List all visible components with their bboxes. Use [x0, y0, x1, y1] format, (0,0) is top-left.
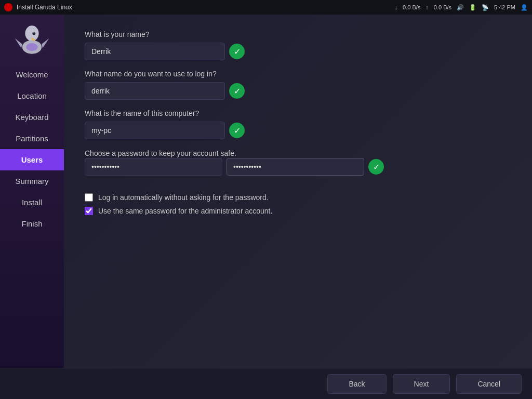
- content-area: What is your name? ✓ What name do you wa…: [64, 15, 532, 368]
- topbar: Install Garuda Linux ↓ 0.0 B/s ↑ 0.0 B/s…: [0, 0, 532, 15]
- sidebar-item-summary[interactable]: Summary: [0, 170, 64, 192]
- main-window: Welcome Location Keyboard Partitions Use…: [0, 15, 532, 368]
- volume-icon: 🔊: [457, 4, 464, 11]
- password-check-icon: ✓: [368, 159, 384, 175]
- computer-label: What is the name of this computer?: [85, 109, 511, 117]
- sidebar-item-keyboard[interactable]: Keyboard: [0, 107, 64, 128]
- autologin-row: Log in automatically without asking for …: [85, 193, 511, 202]
- password-input[interactable]: [85, 158, 222, 176]
- confirm-password-input[interactable]: [227, 158, 364, 176]
- sidebar-item-partitions[interactable]: Partitions: [0, 128, 64, 149]
- password-row: ✓: [85, 158, 511, 176]
- sidebar-logo: [12, 20, 51, 59]
- computer-check-icon: ✓: [229, 123, 245, 138]
- password-group: Choose a password to keep your account s…: [85, 149, 511, 184]
- autologin-label: Log in automatically without asking for …: [98, 193, 269, 202]
- admin-password-checkbox[interactable]: [85, 207, 93, 215]
- computer-group: What is the name of this computer? ✓: [85, 109, 511, 139]
- down-arrow-icon: ↓: [395, 4, 398, 10]
- sidebar-item-location[interactable]: Location: [0, 85, 64, 107]
- sidebar-item-finish[interactable]: Finish: [0, 213, 64, 234]
- battery-icon: 🔋: [469, 4, 476, 11]
- sidebar-item-welcome[interactable]: Welcome: [0, 64, 64, 85]
- computer-input[interactable]: [85, 122, 225, 139]
- up-arrow-icon: ↑: [425, 4, 429, 10]
- admin-password-row: Use the same password for the administra…: [85, 207, 511, 215]
- login-input-row: ✓: [85, 82, 511, 100]
- sidebar: Welcome Location Keyboard Partitions Use…: [0, 15, 64, 368]
- name-input[interactable]: [85, 43, 225, 60]
- topbar-title: Install Garuda Linux: [17, 4, 391, 11]
- login-group: What name do you want to use to log in? …: [85, 70, 511, 100]
- topbar-logo: [4, 3, 12, 11]
- topbar-right: ↓ 0.0 B/s ↑ 0.0 B/s 🔊 🔋 📡 5:42 PM 👤: [395, 4, 528, 11]
- computer-input-row: ✓: [85, 122, 511, 139]
- next-button[interactable]: Next: [393, 374, 450, 394]
- name-label: What is your name?: [85, 30, 511, 38]
- login-check-icon: ✓: [229, 83, 245, 99]
- svg-point-4: [33, 32, 34, 33]
- bottom-bar: Back Next Cancel: [0, 368, 532, 399]
- sidebar-item-install[interactable]: Install: [0, 192, 64, 213]
- password-label: Choose a password to keep your account s…: [85, 149, 236, 157]
- clock: 5:42 PM: [494, 4, 515, 10]
- login-label: What name do you want to use to log in?: [85, 70, 511, 78]
- login-input[interactable]: [85, 82, 225, 100]
- user-icon: 👤: [521, 4, 528, 11]
- upload-speed: 0.0 B/s: [434, 4, 451, 10]
- name-input-row: ✓: [85, 43, 511, 60]
- network-icon: 📡: [482, 4, 489, 11]
- name-check-icon: ✓: [229, 44, 245, 59]
- name-group: What is your name? ✓: [85, 30, 511, 60]
- autologin-checkbox[interactable]: [85, 193, 93, 202]
- back-button[interactable]: Back: [327, 374, 386, 394]
- admin-password-label: Use the same password for the administra…: [98, 207, 272, 215]
- svg-point-8: [26, 43, 38, 51]
- download-speed: 0.0 B/s: [403, 4, 420, 10]
- cancel-button[interactable]: Cancel: [456, 374, 522, 394]
- sidebar-item-users[interactable]: Users: [0, 149, 64, 170]
